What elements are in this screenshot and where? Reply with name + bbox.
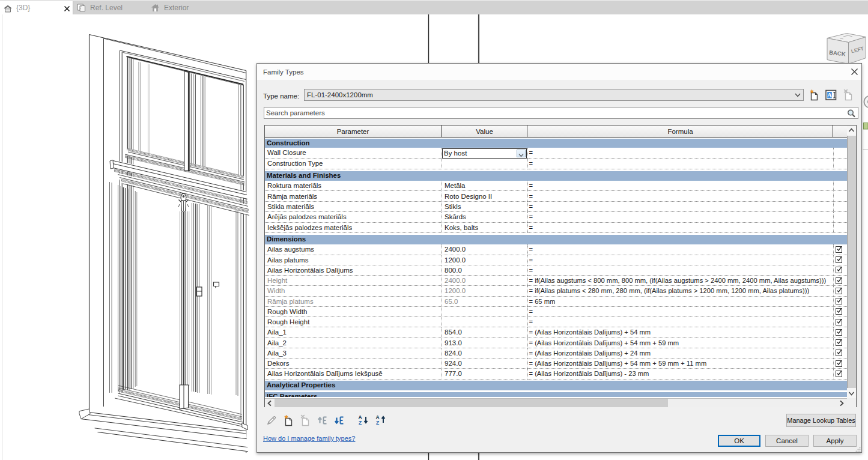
svg-text:Z: Z <box>359 420 362 426</box>
svg-text:Z: Z <box>376 420 379 426</box>
svg-text:A: A <box>827 91 832 98</box>
